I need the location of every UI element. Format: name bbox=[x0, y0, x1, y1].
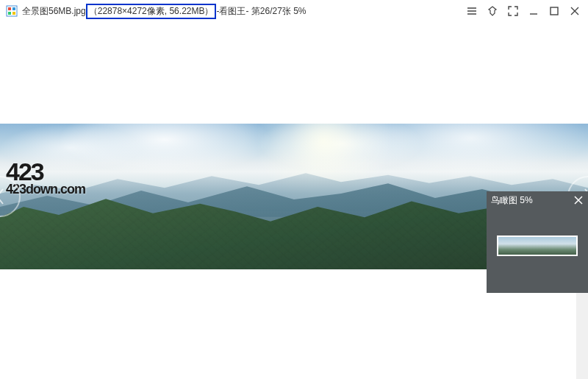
thumbnail-close-button[interactable] bbox=[573, 195, 584, 205]
title-position: - 第26/27张 5% bbox=[245, 5, 306, 18]
thumbnail-panel: 鸟瞰图 5% bbox=[487, 191, 588, 293]
thumbnail-title: 鸟瞰图 5% bbox=[491, 194, 573, 207]
menu-button[interactable] bbox=[462, 2, 482, 20]
thumbnail-selection[interactable] bbox=[498, 236, 577, 255]
title-app-name: 看图王 bbox=[219, 5, 245, 18]
title-details-highlight: （22878×4272像素, 56.22MB） bbox=[86, 4, 217, 19]
svg-rect-3 bbox=[8, 12, 11, 15]
svg-rect-1 bbox=[8, 7, 11, 10]
title-filename: 全景图56MB.jpg bbox=[22, 5, 86, 18]
minimize-button[interactable] bbox=[523, 2, 544, 20]
maximize-button[interactable] bbox=[544, 2, 564, 20]
titlebar: 全景图56MB.jpg （22878×4272像素, 56.22MB） - 看图… bbox=[0, 0, 588, 22]
thumbnail-navigator[interactable] bbox=[497, 235, 578, 256]
vertical-scrollbar[interactable] bbox=[576, 293, 588, 379]
svg-rect-2 bbox=[12, 7, 15, 10]
app-icon bbox=[6, 5, 18, 17]
fullscreen-button[interactable] bbox=[503, 2, 523, 20]
pin-button[interactable] bbox=[482, 2, 503, 20]
svg-rect-4 bbox=[12, 12, 15, 15]
close-button[interactable] bbox=[564, 2, 585, 20]
svg-rect-5 bbox=[551, 7, 558, 15]
